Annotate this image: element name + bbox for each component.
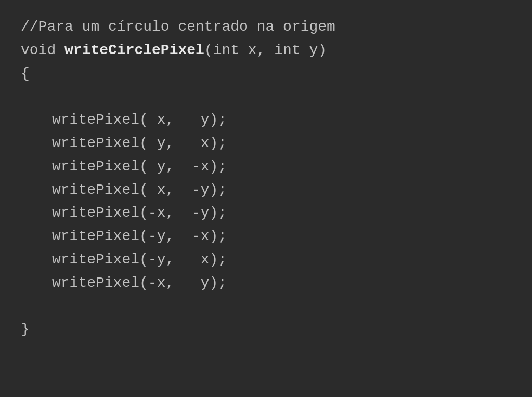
code-line-8: writePixel(-x, y); <box>21 272 511 295</box>
code-line-function-signature: void writeCirclePixel(int x, int y) <box>21 39 511 62</box>
code-line-open-brace: { <box>21 62 511 86</box>
function-name: writeCirclePixel <box>64 42 204 58</box>
code-line-6: writePixel(-y, -x); <box>21 225 511 248</box>
code-line-comment: //Para um círculo centrado na origem <box>21 16 511 39</box>
code-line-2: writePixel( y, x); <box>21 132 511 155</box>
code-line-7: writePixel(-y, x); <box>21 248 511 272</box>
code-line-blank2 <box>21 295 511 319</box>
code-line-5: writePixel(-x, -y); <box>21 202 511 225</box>
code-line-close-brace: } <box>21 318 511 341</box>
code-line-blank1 <box>21 85 511 109</box>
code-line-1: writePixel( x, y); <box>21 109 511 132</box>
code-block: //Para um círculo centrado na origem voi… <box>0 0 532 397</box>
code-line-4: writePixel( x, -y); <box>21 179 511 202</box>
code-line-3: writePixel( y, -x); <box>21 155 511 179</box>
